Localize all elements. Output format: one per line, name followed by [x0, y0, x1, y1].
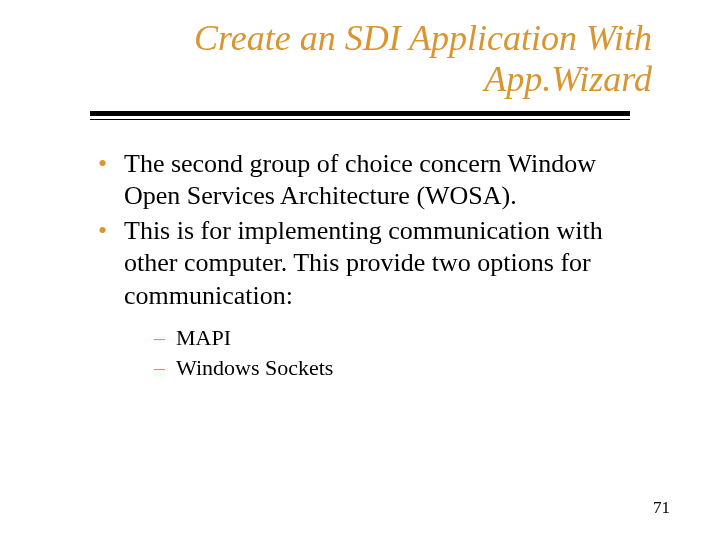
sub-bullet-item: MAPI — [154, 324, 630, 352]
divider-thick — [90, 111, 630, 116]
divider — [90, 111, 630, 120]
slide: Create an SDI Application With App.Wizar… — [0, 0, 720, 540]
slide-title: Create an SDI Application With App.Wizar… — [50, 18, 670, 101]
bullet-text: The second group of choice concern Windo… — [124, 149, 596, 211]
title-line-1: Create an SDI Application With — [194, 18, 652, 58]
sub-bullet-text: MAPI — [176, 325, 231, 350]
sub-bullet-item: Windows Sockets — [154, 354, 630, 382]
sub-bullet-text: Windows Sockets — [176, 355, 333, 380]
title-line-2: App.Wizard — [484, 59, 652, 99]
bullet-list: The second group of choice concern Windo… — [98, 148, 630, 382]
bullet-item: This is for implementing communication w… — [98, 215, 630, 382]
bullet-item: The second group of choice concern Windo… — [98, 148, 630, 213]
page-number: 71 — [653, 498, 670, 518]
content-area: The second group of choice concern Windo… — [50, 120, 670, 382]
bullet-text: This is for implementing communication w… — [124, 216, 603, 310]
sub-bullet-list: MAPI Windows Sockets — [124, 324, 630, 381]
